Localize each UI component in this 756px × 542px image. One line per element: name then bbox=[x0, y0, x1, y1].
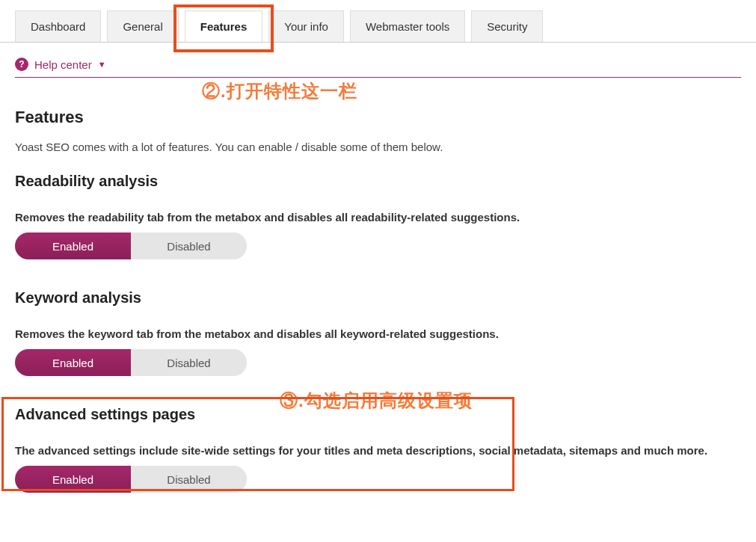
toggle-advanced: Enabled Disabled bbox=[15, 466, 247, 493]
page-title: Features bbox=[15, 108, 741, 127]
tab-security[interactable]: Security bbox=[471, 10, 543, 42]
tab-features[interactable]: Features bbox=[185, 10, 263, 42]
section-readability-title: Readability analysis bbox=[15, 173, 741, 190]
page-intro: Yoast SEO comes with a lot of features. … bbox=[15, 141, 741, 153]
caret-down-icon: ▼ bbox=[98, 60, 106, 69]
section-advanced: Advanced settings pages The advanced set… bbox=[15, 406, 741, 493]
toggle-readability-enabled[interactable]: Enabled bbox=[15, 232, 131, 259]
tab-general[interactable]: General bbox=[107, 10, 178, 42]
section-keyword: Keyword analysis Removes the keyword tab… bbox=[15, 289, 741, 376]
toggle-keyword: Enabled Disabled bbox=[15, 349, 247, 376]
section-advanced-desc: The advanced settings include site-wide … bbox=[15, 444, 741, 457]
help-center-label: Help center bbox=[34, 58, 92, 71]
help-center-bar[interactable]: ? Help center ▼ bbox=[15, 58, 741, 78]
toggle-advanced-enabled[interactable]: Enabled bbox=[15, 466, 131, 493]
toggle-readability-disabled[interactable]: Disabled bbox=[131, 232, 247, 259]
main-content: Features Yoast SEO comes with a lot of f… bbox=[0, 78, 756, 493]
annotation-step-3: ③.勾选启用高级设置项 bbox=[280, 389, 473, 413]
toggle-keyword-disabled[interactable]: Disabled bbox=[131, 349, 247, 376]
section-readability-desc: Removes the readability tab from the met… bbox=[15, 211, 741, 224]
tab-bar: Dashboard General Features Your info Web… bbox=[0, 0, 756, 43]
toggle-advanced-disabled[interactable]: Disabled bbox=[131, 466, 247, 493]
help-icon: ? bbox=[15, 58, 28, 71]
section-keyword-desc: Removes the keyword tab from the metabox… bbox=[15, 327, 741, 340]
toggle-readability: Enabled Disabled bbox=[15, 232, 247, 259]
tab-dashboard[interactable]: Dashboard bbox=[15, 10, 101, 42]
tab-your-info[interactable]: Your info bbox=[268, 10, 344, 42]
toggle-keyword-enabled[interactable]: Enabled bbox=[15, 349, 131, 376]
section-keyword-title: Keyword analysis bbox=[15, 289, 741, 307]
section-readability: Readability analysis Removes the readabi… bbox=[15, 173, 741, 259]
tab-webmaster-tools[interactable]: Webmaster tools bbox=[350, 10, 465, 42]
